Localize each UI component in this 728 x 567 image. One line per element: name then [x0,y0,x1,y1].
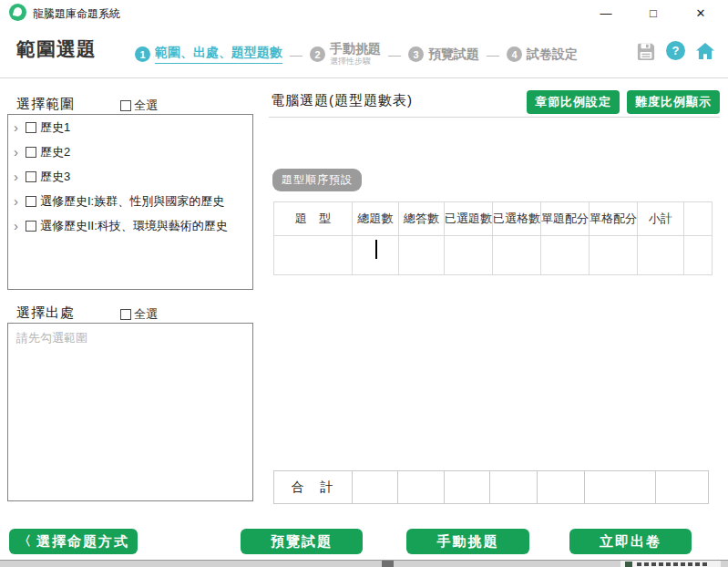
minimize-button[interactable]: — [582,0,630,26]
step-2-sublabel: 選擇性步驟 [330,57,381,67]
tree-item-checkbox[interactable] [26,196,36,207]
table-cell-total-answers[interactable] [399,236,445,275]
step-1-label: 範圍、出處、題型題數 [155,45,282,64]
total-cell [353,471,398,504]
total-cell [656,471,709,504]
header-divider [0,77,728,78]
tree-item-history1[interactable]: › 歷史1 [8,115,252,139]
table-cell-selected-questions[interactable] [445,236,493,275]
table-cell-subtotal[interactable] [638,236,684,275]
step-3-preview[interactable]: 3 預覽試題 [408,46,479,63]
table-cell-points-per-question[interactable] [541,236,590,275]
chevron-right-icon[interactable]: › [14,144,26,160]
col-total-questions: 總題數 [353,202,399,236]
tree-item-label: 歷史1 [40,119,70,136]
main-panel-title: 電腦選題(題型題數表) [271,92,413,109]
step-2-manual-pick[interactable]: 2 手動挑題 選擇性步驟 [310,42,381,67]
tree-item-elective1[interactable]: › 選修歷史I:族群、性別與國家的歷史 [8,189,252,213]
total-cell [490,471,538,504]
total-cell [445,471,490,504]
preview-questions-button[interactable]: 預覽試題 [241,529,363,554]
col-subtotal: 小計 [638,202,684,236]
app-window: 龍騰題庫命題系統 — □ ✕ 範圍選題 1 範圍、出處、題型題數 — 2 手動挑… [0,0,728,567]
col-points-per-question: 單題配分 [541,202,590,236]
manual-pick-button[interactable]: 手動挑題 [406,529,529,554]
total-cell [398,471,445,504]
tree-item-checkbox[interactable] [26,171,36,182]
step-3-number: 3 [408,46,424,62]
home-icon[interactable] [695,42,715,60]
step-4-number: 4 [507,46,522,62]
chevron-right-icon[interactable]: › [14,169,26,184]
choose-method-back-button[interactable]: 〈 選擇命題方式 [9,529,138,554]
col-selected-questions: 已選題數 [445,202,493,236]
step-separator: — [290,47,302,62]
background-window-sliver [0,560,728,567]
tree-item-label: 歷史2 [40,144,70,160]
total-table: 合 計 [273,470,709,504]
tree-item-label: 選修歷史II:科技、環境與藝術的歷史 [40,218,228,234]
tree-item-label: 選修歷史I:族群、性別與國家的歷史 [40,193,224,210]
header-icons: ? [636,41,715,60]
tree-item-elective2[interactable]: › 選修歷史II:科技、環境與藝術的歷史 [8,213,252,238]
table-cell-selected-cells[interactable] [493,236,541,275]
col-question-type: 題 型 [274,202,353,236]
source-select-all-label: 全選 [134,306,158,323]
total-row: 合 計 [274,471,709,504]
text-caret [375,240,377,259]
tree-item-history2[interactable]: › 歷史2 [8,139,252,164]
save-icon[interactable] [636,42,656,60]
title-bar: 龍騰題庫命題系統 — □ ✕ [0,0,728,26]
col-total-answers: 總答數 [399,202,445,236]
chevron-left-icon: 〈 [18,533,31,550]
window-controls: — □ ✕ [582,0,724,26]
tree-item-history3[interactable]: › 歷史3 [8,164,252,189]
window-title: 龍騰題庫命題系統 [33,6,120,22]
source-section-title: 選擇出處 [16,304,75,322]
chevron-right-icon[interactable]: › [14,119,26,135]
step-4-paper-settings[interactable]: 4 試卷設定 [507,46,578,63]
range-select-all-label: 全選 [134,98,158,114]
help-icon[interactable]: ? [666,41,685,60]
table-header-row: 題 型 總題數 總答數 已選題數 已選格數 單題配分 單格配分 小計 [274,202,713,236]
tree-item-checkbox[interactable] [26,147,36,158]
back-button-label: 選擇命題方式 [36,533,129,551]
range-select-all-checkbox[interactable] [120,100,131,111]
tree-item-label: 歷史3 [40,169,70,185]
step-1-range[interactable]: 1 範圍、出處、題型題數 [135,45,282,64]
table-cell-question-type[interactable] [274,236,353,275]
source-list-box: 請先勾選範圍 [7,323,253,501]
range-select-all[interactable]: 全選 [120,98,158,114]
difficulty-ratio-button[interactable]: 難度比例顯示 [627,90,720,114]
source-select-all[interactable]: 全選 [120,306,158,323]
step-separator: — [487,47,499,62]
question-order-preset-button[interactable]: 題型順序預設 [272,169,362,191]
range-section-title: 選擇範圍 [16,96,75,113]
col-points-per-cell: 單格配分 [590,202,638,236]
source-select-all-checkbox[interactable] [120,309,131,320]
ratio-buttons: 章節比例設定 難度比例顯示 [527,90,720,114]
main-panel-divider [269,117,720,118]
tree-item-checkbox[interactable] [26,122,36,133]
generate-paper-button[interactable]: 立即出卷 [569,529,692,554]
total-label-cell: 合 計 [274,471,353,504]
step-2-number: 2 [310,46,325,62]
table-cell-points-per-cell[interactable] [590,236,638,275]
table-cell-total-questions[interactable] [353,236,399,275]
close-button[interactable]: ✕ [677,0,724,26]
wizard-steps: 1 範圍、出處、題型題數 — 2 手動挑題 選擇性步驟 — 3 預覽試題 — 4… [135,42,578,67]
step-4-label: 試卷設定 [527,46,578,63]
background-titlebar-fragment [620,561,721,567]
tree-item-checkbox[interactable] [26,221,36,232]
step-1-number: 1 [135,46,150,62]
chapter-ratio-button[interactable]: 章節比例設定 [527,90,620,114]
app-logo-icon [9,4,26,21]
page-title: 範圍選題 [16,36,97,62]
col-selected-cells: 已選格數 [493,202,541,236]
table-cell-empty[interactable] [684,236,713,275]
maximize-button[interactable]: □ [630,0,677,26]
chevron-right-icon[interactable]: › [14,218,26,233]
chevron-right-icon[interactable]: › [14,193,26,209]
range-tree-box: › 歷史1 › 歷史2 › 歷史3 › 選修歷史I:族群、性別與國家的歷史 › … [7,114,253,290]
step-2-label: 手動挑題 [330,42,381,56]
